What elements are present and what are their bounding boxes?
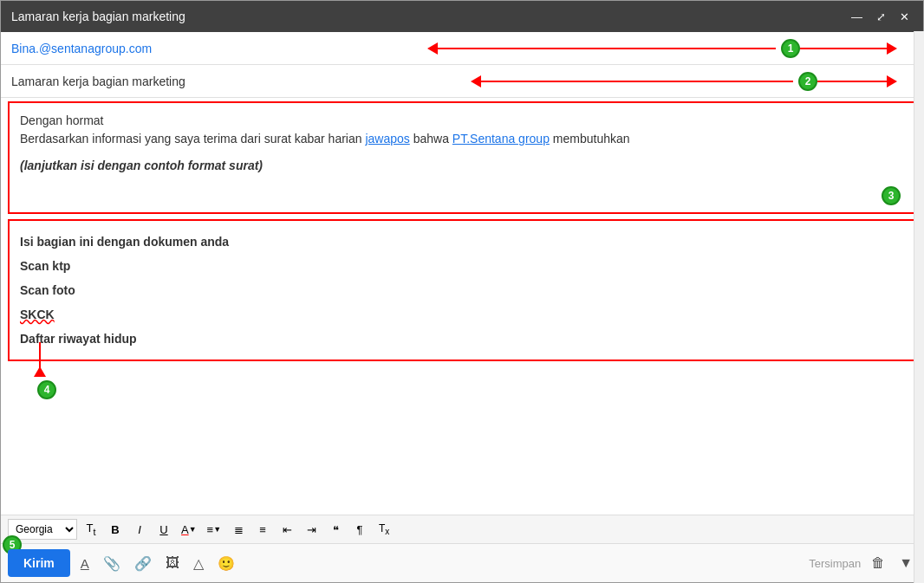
email-compose-window: Lamaran kerja bagian marketing — ⤢ ✕ Bin… [0, 0, 924, 583]
underline-button[interactable]: U [153, 519, 174, 540]
scrollbar[interactable] [914, 31, 924, 583]
link-button[interactable]: 🔗 [131, 552, 155, 575]
arrow2-right-head [887, 75, 897, 87]
arrow4-line [39, 342, 41, 368]
body-line1: Dengan hormat [20, 112, 904, 130]
align-dropdown-icon: ▼ [213, 525, 221, 534]
to-address[interactable]: Bina.@sentanagroup.com [11, 42, 152, 55]
delete-draft-button[interactable]: 🗑 [868, 552, 888, 574]
italic-icon: I [138, 523, 141, 536]
emoji-icon: 🙂 [218, 555, 235, 572]
send-button[interactable]: Kirim [8, 549, 70, 577]
drive-icon: △ [193, 555, 204, 572]
underline-icon: U [159, 523, 167, 536]
image-button[interactable]: 🖼 [162, 552, 183, 574]
indent-more-icon: ⇥ [307, 523, 316, 536]
arrow-left-head [427, 42, 438, 55]
spacer [1, 361, 923, 515]
color-dropdown-icon: ▼ [189, 525, 197, 534]
rtl-icon: ¶ [357, 523, 363, 536]
arrow-line [438, 48, 776, 49]
subject-field-row: Lamaran kerja bagian marketing 2 [1, 65, 923, 98]
remove-format-icon: Tx [379, 522, 389, 536]
body-line2-prefix: Berdasarkan informasi yang saya terima d… [20, 132, 365, 146]
format-text-icon: A [81, 556, 89, 571]
arrow2-left-head [471, 75, 481, 87]
indent-less-button[interactable]: ⇤ [277, 519, 297, 540]
remove-format-button[interactable]: Tx [374, 519, 394, 540]
attachment-scan-ktp: Scan ktp [20, 254, 904, 278]
to-field-row: Bina.@sentanagroup.com 1 [1, 32, 923, 65]
arrow2-line [481, 81, 793, 82]
rtl-button[interactable]: ¶ [349, 519, 370, 540]
body-line2-suffix: membutuhkan [550, 132, 630, 146]
body-line3: (lanjutkan isi dengan contoh format sura… [20, 157, 904, 175]
ptsentana-link[interactable]: PT.Sentana group [452, 132, 550, 146]
format-text-button[interactable]: A [77, 553, 93, 574]
attachment-daftar: Daftar riwayat hidup [20, 327, 904, 351]
bold-icon: B [111, 523, 119, 536]
maximize-button[interactable]: ⤢ [873, 10, 889, 23]
align-button[interactable]: ≡ ▼ [204, 519, 225, 540]
quote-button[interactable]: ❝ [325, 519, 346, 540]
attachment-wrapper: Isi bagian ini dengan dokumen anda Scan … [1, 214, 923, 361]
annotation-1-arrow: 1 [427, 39, 897, 58]
numbered-list-icon: ≣ [234, 523, 244, 536]
annotation-circle-1: 1 [781, 39, 800, 58]
body-line2: Berdasarkan informasi yang saya terima d… [20, 130, 904, 148]
subject-value[interactable]: Lamaran kerja bagian marketing [11, 74, 185, 88]
italic-button[interactable]: I [129, 519, 150, 540]
tersimpan-area: Tersimpan 🗑 ▼ [809, 552, 916, 574]
attach-icon: 📎 [103, 555, 120, 572]
image-icon: 🖼 [166, 555, 179, 571]
bottom-bar: 5 Kirim A 📎 🔗 🖼 △ 🙂 Tersimpan [1, 543, 923, 582]
attachment-scan-foto: Scan foto [20, 278, 904, 302]
arrow2-line-2 [817, 81, 887, 82]
annotation-circle-3: 3 [882, 186, 901, 205]
numbered-list-button[interactable]: ≣ [228, 519, 249, 540]
arrow-right-head [887, 42, 897, 55]
annotation-circle-4: 4 [37, 380, 56, 399]
emoji-button[interactable]: 🙂 [214, 552, 238, 575]
annotation-circle-2: 2 [798, 72, 817, 91]
attachment-title: Isi bagian ini dengan dokumen anda [20, 230, 904, 254]
font-size-button[interactable]: Tt [81, 519, 101, 540]
content-area: Dengan hormat Berdasarkan informasi yang… [1, 98, 923, 582]
align-icon: ≡ [207, 523, 214, 536]
arrow-line-2 [800, 48, 887, 49]
annotation-2-arrow: 2 [471, 72, 897, 91]
title-bar: Lamaran kerja bagian marketing — ⤢ ✕ [1, 1, 923, 32]
window-controls: — ⤢ ✕ [848, 10, 913, 23]
arrow4-head [34, 366, 46, 377]
quote-icon: ❝ [333, 523, 339, 536]
chevron-down-icon: ▼ [899, 555, 913, 571]
drive-button[interactable]: △ [190, 552, 207, 575]
font-color-icon: A [181, 523, 189, 536]
font-color-button[interactable]: A ▼ [178, 519, 200, 540]
attach-button[interactable]: 📎 [100, 552, 124, 575]
window-title: Lamaran kerja bagian marketing [11, 10, 185, 23]
attachment-skck: SKCK [20, 302, 904, 327]
annotation-3: 3 [882, 186, 901, 205]
bold-button[interactable]: B [105, 519, 126, 540]
indent-less-icon: ⇤ [283, 523, 292, 536]
toolbar: Georgia Tt B I U A ▼ ≡ ▼ ≣ [1, 515, 923, 543]
jawapos-link[interactable]: jawapos [365, 132, 409, 146]
bullet-list-button[interactable]: ≡ [252, 519, 273, 540]
bullet-list-icon: ≡ [259, 523, 266, 536]
attachment-area[interactable]: Isi bagian ini dengan dokumen anda Scan … [8, 219, 916, 361]
close-button[interactable]: ✕ [896, 10, 913, 23]
font-size-icon: Tt [87, 521, 96, 537]
body-line2-mid: bahwa [410, 132, 452, 146]
tersimpan-label: Tersimpan [809, 557, 861, 570]
trash-icon: 🗑 [871, 555, 885, 571]
minimize-button[interactable]: — [848, 10, 866, 23]
indent-more-button[interactable]: ⇥ [301, 519, 322, 540]
body-text-area[interactable]: Dengan hormat Berdasarkan informasi yang… [8, 101, 916, 214]
link-icon: 🔗 [134, 555, 152, 572]
